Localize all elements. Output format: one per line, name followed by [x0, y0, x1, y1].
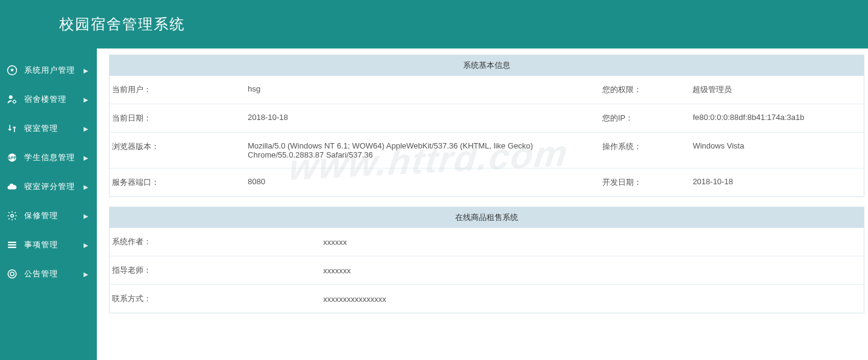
- label-advisor: 指导老师：: [110, 256, 321, 285]
- label-author: 系统作者：: [110, 228, 321, 256]
- value-devdate: 2018-10-18: [690, 168, 864, 197]
- sidebar-label: 系统用户管理: [24, 65, 84, 76]
- value-current-user: hsg: [245, 76, 600, 104]
- label-ip: 您的IP：: [600, 104, 691, 133]
- rental-system-title: 在线商品租售系统: [110, 207, 864, 228]
- svg-rect-8: [8, 247, 16, 248]
- sidebar-item-student-info[interactable]: APP 学生信息管理 ▶: [0, 143, 97, 172]
- table-row: 当前用户： hsg 您的权限： 超级管理员: [110, 76, 864, 104]
- sidebar-label: 公告管理: [24, 268, 84, 279]
- table-row: 服务器端口： 8080 开发日期： 2018-10-18: [110, 168, 864, 197]
- rental-system-table: 系统作者： xxxxxx 指导老师： xxxxxxx 联系方式： xxxxxxx…: [110, 228, 864, 313]
- chevron-right-icon: ▶: [84, 155, 88, 161]
- sidebar-item-announcement[interactable]: 公告管理 ▶: [0, 259, 97, 288]
- table-row: 浏览器版本： Mozilla/5.0 (Windows NT 6.1; WOW6…: [110, 133, 864, 168]
- chevron-right-icon: ▶: [84, 96, 88, 103]
- system-info-panel: 系统基本信息 当前用户： hsg 您的权限： 超级管理员 当前日期： 2018-…: [109, 55, 864, 197]
- value-port: 8080: [245, 168, 600, 197]
- chevron-right-icon: ▶: [84, 125, 88, 132]
- label-date: 当前日期：: [110, 104, 245, 133]
- person-gear-icon: [6, 93, 18, 105]
- gear-icon: [6, 210, 18, 222]
- sidebar-label: 寝室管理: [24, 123, 84, 134]
- value-date: 2018-10-18: [245, 104, 600, 133]
- system-info-title: 系统基本信息: [110, 55, 864, 76]
- cloud-icon: [6, 181, 18, 193]
- value-advisor: xxxxxxx: [321, 256, 864, 285]
- svg-point-1: [9, 95, 13, 99]
- sidebar: 系统用户管理 ▶ 宿舍楼管理 ▶ 寝室管理 ▶ APP 学生信息管理 ▶: [0, 48, 97, 360]
- label-devdate: 开发日期：: [600, 168, 691, 197]
- sidebar-item-user-mgmt[interactable]: 系统用户管理 ▶: [0, 56, 97, 85]
- rental-system-panel: 在线商品租售系统 系统作者： xxxxxx 指导老师： xxxxxxx 联系方式…: [109, 207, 864, 313]
- sidebar-item-room-score[interactable]: 寝室评分管理 ▶: [0, 172, 97, 201]
- swap-icon: [6, 122, 18, 135]
- value-browser: Mozilla/5.0 (Windows NT 6.1; WOW64) Appl…: [245, 133, 600, 168]
- sidebar-label: 事项管理: [24, 239, 84, 250]
- header-bar: 校园宿舍管理系统: [0, 0, 868, 48]
- value-ip: fe80:0:0:0:88df:8b41:174a:3a1b: [690, 104, 864, 133]
- sidebar-label: 保修管理: [24, 210, 84, 221]
- label-role: 您的权限：: [600, 76, 691, 104]
- label-port: 服务器端口：: [110, 168, 245, 197]
- sidebar-item-room-mgmt[interactable]: 寝室管理 ▶: [0, 114, 97, 143]
- svg-rect-7: [8, 244, 16, 245]
- value-os: Windows Vista: [690, 133, 864, 168]
- sidebar-item-affairs[interactable]: 事项管理 ▶: [0, 230, 97, 259]
- value-contact: xxxxxxxxxxxxxxxx: [321, 285, 864, 313]
- sidebar-label: 学生信息管理: [24, 152, 84, 163]
- label-os: 操作系统：: [600, 133, 691, 168]
- chevron-right-icon: ▶: [84, 67, 88, 74]
- svg-text:APP: APP: [8, 156, 16, 160]
- sidebar-label: 寝室评分管理: [24, 181, 84, 192]
- list-icon: [6, 239, 18, 251]
- value-author: xxxxxx: [321, 228, 864, 256]
- table-row: 联系方式： xxxxxxxxxxxxxxxx: [110, 285, 864, 313]
- system-info-table: 当前用户： hsg 您的权限： 超级管理员 当前日期： 2018-10-18 您…: [110, 76, 864, 196]
- chevron-right-icon: ▶: [84, 213, 88, 219]
- chevron-right-icon: ▶: [84, 271, 88, 278]
- app-badge-icon: APP: [6, 152, 18, 164]
- value-role: 超级管理员: [690, 76, 864, 104]
- label-current-user: 当前用户：: [110, 76, 245, 104]
- chevron-right-icon: ▶: [84, 242, 88, 248]
- table-row: 系统作者： xxxxxx: [110, 228, 864, 256]
- app-title: 校园宿舍管理系统: [59, 15, 185, 34]
- user-star-icon: [6, 64, 18, 76]
- svg-point-10: [10, 272, 14, 276]
- svg-point-5: [11, 215, 14, 218]
- main-content: 系统基本信息 当前用户： hsg 您的权限： 超级管理员 当前日期： 2018-…: [97, 48, 868, 360]
- target-icon: [6, 268, 18, 280]
- table-row: 当前日期： 2018-10-18 您的IP： fe80:0:0:0:88df:8…: [110, 104, 864, 133]
- label-contact: 联系方式：: [110, 285, 321, 313]
- svg-point-2: [13, 101, 16, 104]
- svg-point-9: [8, 270, 16, 278]
- sidebar-item-maintenance[interactable]: 保修管理 ▶: [0, 201, 97, 230]
- table-row: 指导老师： xxxxxxx: [110, 256, 864, 285]
- sidebar-item-building-mgmt[interactable]: 宿舍楼管理 ▶: [0, 85, 97, 114]
- svg-rect-6: [8, 242, 16, 243]
- label-browser: 浏览器版本：: [110, 133, 245, 168]
- chevron-right-icon: ▶: [84, 184, 88, 190]
- sidebar-label: 宿舍楼管理: [24, 94, 84, 105]
